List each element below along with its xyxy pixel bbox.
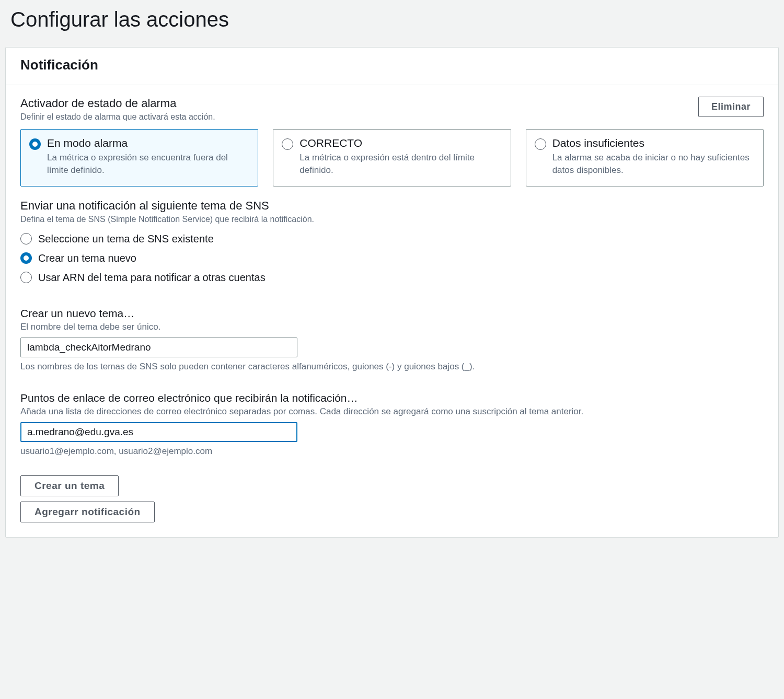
panel-header: Notificación — [6, 48, 778, 85]
create-topic-button[interactable]: Crear un tema — [20, 475, 119, 496]
alarm-trigger-label: Activador de estado de alarma — [20, 97, 215, 110]
topic-name-label: Crear un nuevo tema… — [20, 307, 764, 320]
trigger-option-desc: La alarma se acaba de iniciar o no hay s… — [552, 152, 755, 177]
alarm-trigger-sublabel: Definir el estado de alarma que activará… — [20, 112, 215, 122]
sns-option-existing[interactable]: Seleccione un tema de SNS existente — [20, 229, 764, 249]
trigger-option-insufficient[interactable]: Datos insuficientes La alarma se acaba d… — [526, 129, 764, 187]
radio-icon — [29, 138, 41, 150]
sns-sublabel: Defina el tema de SNS (Simple Notificati… — [20, 215, 764, 224]
radio-icon — [20, 233, 32, 244]
emails-label: Puntos de enlace de correo electrónico q… — [20, 392, 764, 404]
sns-option-arn[interactable]: Usar ARN del tema para notificar a otras… — [20, 268, 764, 287]
radio-icon — [282, 138, 293, 150]
trigger-option-title: Datos insuficientes — [552, 137, 755, 149]
emails-help: usuario1@ejemplo.com, usuario2@ejemplo.c… — [20, 446, 764, 457]
notification-panel: Notificación Activador de estado de alar… — [5, 47, 779, 538]
topic-name-input[interactable] — [20, 337, 297, 357]
sns-option-label: Crear un tema nuevo — [38, 252, 136, 264]
trigger-option-desc: La métrica o expresión se encuentra fuer… — [47, 152, 249, 177]
trigger-option-title: En modo alarma — [47, 137, 249, 149]
topic-name-help: Los nombres de los temas de SNS solo pue… — [20, 362, 764, 372]
topic-name-sublabel: El nombre del tema debe ser único. — [20, 322, 764, 332]
emails-sublabel: Añada una lista de direcciones de correo… — [20, 406, 764, 417]
radio-icon — [535, 138, 546, 150]
trigger-option-desc: La métrica o expresión está dentro del l… — [299, 152, 502, 177]
panel-heading: Notificación — [20, 57, 764, 73]
radio-icon — [20, 272, 32, 283]
sns-option-label: Seleccione un tema de SNS existente — [38, 233, 214, 245]
alarm-trigger-header: Activador de estado de alarma Definir el… — [20, 97, 764, 122]
page-title: Configurar las acciones — [0, 0, 784, 47]
sns-label: Enviar una notificación al siguiente tem… — [20, 199, 764, 213]
trigger-option-ok[interactable]: CORRECTO La métrica o expresión está den… — [273, 129, 511, 187]
trigger-option-in-alarm[interactable]: En modo alarma La métrica o expresión se… — [20, 129, 258, 187]
sns-option-new[interactable]: Crear un tema nuevo — [20, 249, 764, 268]
delete-button[interactable]: Eliminar — [698, 97, 764, 117]
trigger-option-title: CORRECTO — [299, 137, 502, 149]
radio-icon — [20, 252, 32, 264]
add-notification-button[interactable]: Agregarr notificación — [20, 502, 155, 522]
sns-option-label: Usar ARN del tema para notificar a otras… — [38, 272, 266, 284]
emails-input[interactable] — [20, 422, 297, 442]
